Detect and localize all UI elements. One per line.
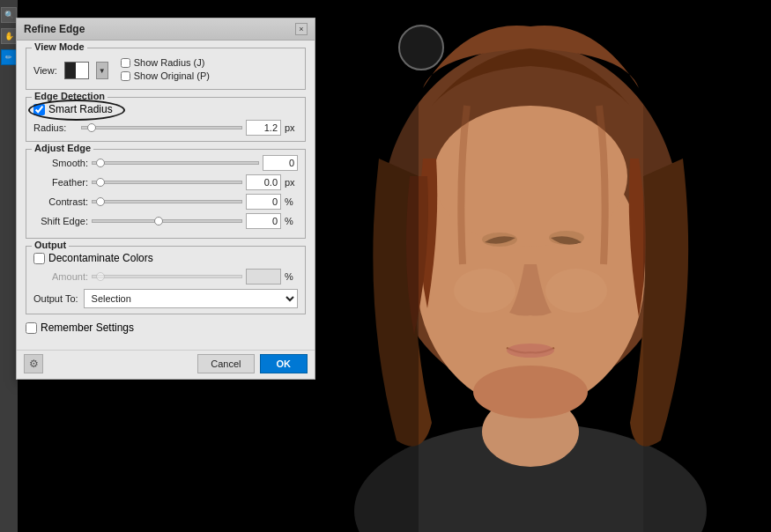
smooth-thumb[interactable] — [96, 159, 105, 167]
photo-subject — [291, 0, 771, 532]
smart-radius-row: Smart Radius — [33, 103, 298, 115]
circle-annotation — [398, 25, 444, 70]
cancel-button[interactable]: Cancel — [197, 354, 254, 373]
brush-tool[interactable]: ✏ — [1, 49, 17, 65]
remember-row: Remember Settings — [26, 321, 306, 334]
refine-edge-dialog: Refine Edge × View Mode View: ▼ Show Rad… — [16, 18, 315, 380]
radius-unit: px — [285, 122, 298, 133]
amount-label: Amount: — [33, 271, 88, 282]
decontaminate-label: Decontaminate Colors — [48, 252, 153, 264]
view-mode-row: View: ▼ Show Radius (J) Show Original (P… — [33, 57, 298, 84]
feather-row: Feather: px — [33, 174, 298, 190]
smooth-label: Smooth: — [33, 158, 88, 168]
feather-unit: px — [285, 177, 298, 188]
feather-slider[interactable] — [92, 181, 242, 184]
toolbar: 🔍 ✋ ✏ — [0, 0, 18, 532]
view-label: View: — [33, 65, 57, 76]
contrast-unit: % — [285, 196, 298, 207]
contrast-row: Contrast: % — [33, 194, 298, 210]
decontaminate-row: Decontaminate Colors — [33, 252, 298, 264]
view-dropdown-arrow[interactable]: ▼ — [96, 62, 108, 79]
edge-detection-title: Edge Detection — [32, 91, 107, 101]
contrast-thumb[interactable] — [96, 197, 105, 206]
radius-row: Radius: px — [33, 120, 298, 136]
dialog-buttons: Cancel OK — [197, 354, 308, 373]
edge-detection-section: Edge Detection Smart Radius Radius: px — [26, 97, 306, 142]
smooth-slider[interactable] — [92, 161, 259, 165]
view-mode-section: View Mode View: ▼ Show Radius (J) Show O… — [26, 48, 306, 90]
amount-unit: % — [285, 271, 298, 282]
adjust-edge-section: Adjust Edge Smooth: Feather: px Contrast… — [26, 149, 306, 239]
show-original-row: Show Original (P) — [121, 70, 210, 81]
view-checkboxes: Show Radius (J) Show Original (P) — [121, 57, 210, 84]
show-radius-checkbox[interactable] — [121, 58, 130, 68]
contrast-label: Contrast: — [33, 196, 88, 207]
svg-point-11 — [473, 366, 588, 418]
amount-row: Amount: % — [33, 269, 298, 284]
feather-thumb[interactable] — [96, 178, 105, 187]
svg-point-6 — [454, 269, 515, 313]
contrast-value-input[interactable] — [246, 194, 281, 210]
shift-edge-row: Shift Edge: % — [33, 213, 298, 229]
feather-value-input[interactable] — [246, 174, 281, 190]
smart-radius-label: Smart Radius — [48, 103, 113, 115]
output-to-select[interactable]: Selection Layer Mask New Layer New Layer… — [84, 289, 298, 308]
hand-tool[interactable]: ✋ — [1, 28, 17, 44]
smooth-value-input[interactable] — [263, 155, 298, 171]
radius-slider-thumb[interactable] — [87, 123, 96, 132]
amount-thumb — [96, 272, 105, 281]
zoom-tool[interactable]: 🔍 — [1, 7, 17, 23]
shift-edge-value-input[interactable] — [246, 213, 281, 229]
view-thumb-inner — [76, 63, 88, 78]
dialog-footer: ⚙ Cancel OK — [17, 350, 315, 379]
shift-edge-unit: % — [285, 216, 298, 226]
radius-slider[interactable] — [81, 126, 242, 129]
output-title: Output — [32, 240, 69, 250]
svg-point-9 — [549, 231, 584, 245]
smooth-row: Smooth: — [33, 155, 298, 171]
show-original-label: Show Original (P) — [134, 70, 210, 81]
contrast-slider[interactable] — [92, 200, 242, 203]
output-to-label: Output To: — [33, 293, 78, 304]
shift-edge-thumb[interactable] — [154, 217, 163, 225]
output-to-row: Output To: Selection Layer Mask New Laye… — [33, 289, 298, 308]
svg-point-8 — [482, 233, 517, 247]
show-radius-row: Show Radius (J) — [121, 57, 210, 68]
show-radius-label: Show Radius (J) — [134, 57, 205, 68]
remember-settings-checkbox[interactable] — [26, 322, 37, 334]
show-original-checkbox[interactable] — [121, 71, 130, 81]
shift-edge-label: Shift Edge: — [33, 216, 88, 226]
decontaminate-checkbox[interactable] — [33, 253, 45, 264]
radius-label: Radius: — [33, 122, 78, 133]
view-thumbnail[interactable] — [64, 62, 89, 79]
ok-button[interactable]: OK — [260, 354, 308, 373]
dialog-title: Refine Edge — [24, 23, 85, 35]
dialog-close-button[interactable]: × — [295, 23, 308, 35]
dialog-titlebar[interactable]: Refine Edge × — [17, 18, 315, 41]
gear-button[interactable]: ⚙ — [24, 354, 43, 373]
shift-edge-slider[interactable] — [92, 219, 242, 223]
svg-point-10 — [507, 344, 554, 358]
feather-label: Feather: — [33, 177, 88, 188]
output-section: Output Decontaminate Colors Amount: % Ou… — [26, 246, 306, 314]
svg-point-7 — [545, 269, 607, 313]
view-mode-title: View Mode — [32, 41, 87, 52]
amount-slider — [92, 275, 242, 278]
amount-value-input — [246, 269, 281, 284]
remember-settings-label: Remember Settings — [41, 321, 134, 334]
radius-value-input[interactable] — [246, 120, 281, 136]
dialog-body: View Mode View: ▼ Show Radius (J) Show O… — [17, 41, 315, 350]
smart-radius-checkbox[interactable] — [33, 104, 45, 115]
adjust-edge-title: Adjust Edge — [32, 143, 93, 153]
